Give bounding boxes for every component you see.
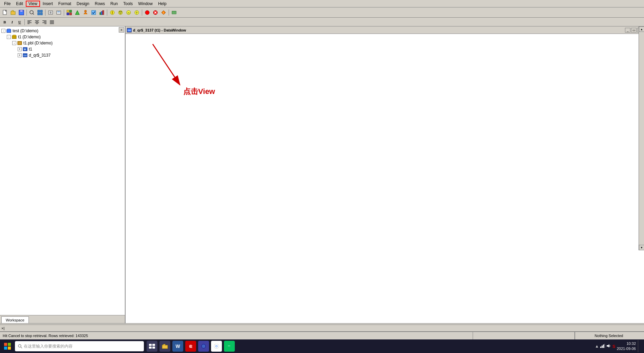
dw-minimize-btn[interactable]: _ <box>625 28 630 33</box>
svg-point-32 <box>121 11 122 12</box>
taskbar: 在这里输入你要搜索的内容 W 红 ▲ <box>0 339 644 353</box>
btn20[interactable] <box>170 9 178 16</box>
tray-chevron[interactable]: ▲ <box>595 344 599 349</box>
start-btn[interactable] <box>1 340 14 352</box>
svg-point-81 <box>18 345 21 347</box>
taskbar-app4[interactable]: 红 <box>185 341 196 352</box>
main-toolbar: ? ! <box>0 7 644 18</box>
align-right-btn[interactable] <box>41 19 48 25</box>
bold-btn[interactable]: B <box>1 19 8 25</box>
svg-rect-8 <box>38 13 40 15</box>
dw-label: d_qr$_3137 <box>29 53 51 58</box>
btn10[interactable] <box>82 9 89 16</box>
output-bar: ×| <box>0 325 644 331</box>
tree-view: - test (D:\demo) - t1 (D:\demo) - <box>0 26 125 315</box>
btn13[interactable] <box>109 9 116 16</box>
status-message: Hit Cancel to stop retrieval. Rows retri… <box>1 332 473 339</box>
menu-view[interactable]: View <box>26 1 40 7</box>
tree-t1-item[interactable]: + W t1 <box>1 46 124 52</box>
menu-window[interactable]: Window <box>135 1 155 7</box>
svg-rect-1 <box>11 12 15 15</box>
svg-rect-29 <box>112 11 113 14</box>
expander-t1lib[interactable]: - <box>7 35 11 39</box>
btn15[interactable] <box>125 9 132 16</box>
svg-rect-27 <box>102 11 104 15</box>
taskbar-wechat[interactable] <box>224 341 235 352</box>
taskbar-taskview[interactable] <box>147 341 157 352</box>
menu-run[interactable]: Run <box>108 1 120 7</box>
expander-t1pbl[interactable]: - <box>12 41 16 45</box>
btn11[interactable] <box>90 9 97 16</box>
tray-network[interactable] <box>600 344 605 349</box>
tree-t1pbl[interactable]: - t1.pbl (D:\demo) <box>1 40 124 46</box>
svg-rect-62 <box>7 29 10 30</box>
dw-titlebar-title: d_qr$_3137 (t1) - DataWindow <box>133 28 625 32</box>
t1pbl-label: t1.pbl (D:\demo) <box>23 41 53 45</box>
taskbar-clock[interactable]: 10:32 2021-09-06 <box>617 341 636 352</box>
workspace-tab-bar: Workspace <box>0 315 125 323</box>
align-left-btn[interactable] <box>26 19 33 25</box>
btn12[interactable] <box>98 9 106 16</box>
output-label: ×| <box>1 326 4 330</box>
dw-titlebar-icon: DW <box>127 28 132 33</box>
tree-t1-lib[interactable]: - t1 (D:\demo) <box>1 34 124 40</box>
tray-show-desktop[interactable] <box>638 340 640 352</box>
sep3 <box>64 9 64 16</box>
workspace-tab[interactable]: Workspace <box>1 316 29 323</box>
new-btn[interactable] <box>1 9 9 16</box>
taskbar-app5[interactable] <box>198 341 209 352</box>
svg-rect-7 <box>40 10 42 12</box>
taskbar-word[interactable]: W <box>172 341 183 352</box>
svg-rect-3 <box>20 10 23 12</box>
panel-close-btn[interactable]: × <box>119 27 124 33</box>
taskbar-search[interactable]: 在这里输入你要搜索的内容 <box>15 341 144 351</box>
italic-btn[interactable]: I <box>9 19 16 25</box>
menu-insert[interactable]: Insert <box>40 1 56 7</box>
stop-btn[interactable] <box>144 9 151 16</box>
svg-rect-98 <box>602 346 603 348</box>
dw-restore-btn[interactable]: ▭ <box>631 28 637 33</box>
status-middle <box>473 332 575 339</box>
expander-t1[interactable]: + <box>18 47 22 51</box>
btn18[interactable] <box>152 9 159 16</box>
taskbar-chrome[interactable] <box>211 341 222 352</box>
btn7[interactable] <box>55 9 62 16</box>
zoom-btn[interactable] <box>28 9 36 16</box>
btn9[interactable] <box>74 9 81 16</box>
open-btn[interactable] <box>10 9 17 16</box>
tree-dw-item[interactable]: + DW d_qr$_3137 <box>1 52 124 58</box>
dw-content: 点击View <box>126 34 644 323</box>
btn6[interactable] <box>47 9 54 16</box>
btn19[interactable]: ! <box>160 9 167 16</box>
annotation-text: 点击View <box>183 86 215 97</box>
tray-volume[interactable] <box>606 344 611 349</box>
menu-tools[interactable]: Tools <box>120 1 135 7</box>
tree-workspace[interactable]: - test (D:\demo) <box>1 28 124 34</box>
btn14[interactable] <box>117 9 124 16</box>
menu-rows[interactable]: Rows <box>92 1 108 7</box>
save-btn[interactable] <box>18 9 25 16</box>
svg-line-76 <box>153 44 180 85</box>
tray-app[interactable]: S <box>612 344 615 349</box>
expander-dw[interactable]: + <box>18 53 22 57</box>
t1-icon: W <box>22 46 28 52</box>
scroll-down-btn[interactable]: ▼ <box>639 245 644 250</box>
btn16[interactable]: ? <box>133 9 140 16</box>
menu-help[interactable]: Help <box>155 1 169 7</box>
menu-design[interactable]: Design <box>74 1 92 7</box>
menu-edit[interactable]: Edit <box>13 1 26 7</box>
btn5[interactable] <box>36 9 44 16</box>
scroll-up-btn[interactable]: ▲ <box>639 26 644 32</box>
svg-line-5 <box>33 13 34 15</box>
svg-point-23 <box>84 10 87 12</box>
align-justify-btn[interactable] <box>49 19 55 25</box>
menu-file[interactable]: File <box>1 1 13 7</box>
btn8[interactable] <box>65 9 73 16</box>
menu-format[interactable]: Format <box>56 1 74 7</box>
taskbar-explorer[interactable] <box>159 341 170 352</box>
expander-workspace[interactable]: - <box>1 29 5 33</box>
dw-container: DW d_qr$_3137 (t1) - DataWindow _ ▭ × <box>126 26 644 323</box>
underline-btn[interactable]: U <box>16 19 23 25</box>
svg-rect-15 <box>57 12 60 12</box>
align-center-btn[interactable] <box>34 19 40 25</box>
